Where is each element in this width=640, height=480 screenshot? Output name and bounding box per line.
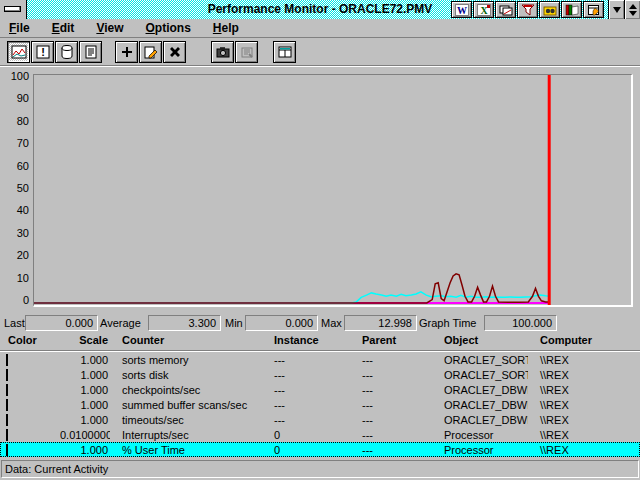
filter-icon-button[interactable] [517,1,538,18]
header-color: Color [0,334,60,349]
chart-view-icon [11,44,27,60]
log-view-button[interactable] [55,41,78,63]
update-data-camera-icon [215,44,231,60]
office-shortcut-toolbar: W X [451,0,604,19]
menu-file[interactable]: File [0,21,41,35]
performance-monitor-window: { "window": { "title": "Performance Moni… [0,0,640,480]
svg-text:W: W [457,5,467,16]
min-value: 0.000 [245,315,318,331]
y-tick: 70 [0,137,29,149]
menu-edit[interactable]: Edit [41,21,86,35]
series--user-time [34,274,549,303]
value-bar: Last 0.000 Average 3.300 Min 0.000 Max 1… [0,314,640,333]
log-view-icon [59,44,75,60]
max-label: Max [321,317,342,329]
options-icon [277,44,293,60]
title-bar: Performance Monitor - ORACLE72.PMV W X [0,0,640,19]
max-value: 12.998 [344,315,417,331]
word-icon-button[interactable]: W [451,1,472,18]
color-swatch [6,444,8,456]
delete-counter-icon [167,44,183,60]
y-tick: 90 [0,92,29,104]
min-label: Min [225,317,243,329]
books-icon [565,4,579,16]
svg-text:!: ! [41,46,45,58]
status-bar: Data: Current Activity [1,460,639,478]
chart-plot-area [33,74,633,307]
chart-view-button[interactable] [7,41,30,63]
options-button[interactable] [273,41,296,63]
modify-counter-icon [143,44,159,60]
legend-row-sorts-memory[interactable]: 1.000 sorts memory --- --- ORACLE7_SORTS… [0,352,640,367]
legend-row-timeouts[interactable]: 1.000 timeouts/sec --- --- ORACLE7_DBWR … [0,412,640,427]
legend-header: Color Scale Counter Instance Parent Obje… [0,334,640,349]
graph-time-value: 100.000 [484,315,557,331]
y-tick: 0 [0,294,29,306]
alert-view-icon: ! [35,44,51,60]
restore-icon [629,4,637,16]
update-data-button[interactable] [211,41,234,63]
add-counter-button[interactable] [115,41,138,63]
menu-options[interactable]: Options [135,21,202,35]
last-label: Last [4,317,25,329]
place-bookmark-button[interactable] [235,41,258,63]
excel-icon: X [477,4,491,16]
graph-time-label: Graph Time [419,317,476,329]
last-value: 0.000 [25,315,98,331]
minimize-icon [613,7,621,13]
color-swatch [6,384,8,396]
notebook-icon [587,4,601,16]
y-tick: 50 [0,182,29,194]
filter-icon [521,4,535,16]
add-counter-icon [119,44,135,60]
color-swatch [6,399,8,411]
menu-help[interactable]: Help [202,21,250,35]
word-icon: W [455,4,469,16]
mail-icon-button[interactable] [495,1,516,18]
chart-plot-svg [34,75,631,305]
legend-row-user-time-selected[interactable]: 1.000 % User Time 0 --- Processor \\REX [0,442,640,457]
color-swatch [6,429,8,441]
legend-row-summed-buffer-scans[interactable]: 1.000 summed buffer scans/sec --- --- OR… [0,397,640,412]
menu-view[interactable]: View [85,21,134,35]
chart-y-axis: 100 90 80 70 60 50 40 30 20 10 0 [0,70,29,306]
find-file-icon [543,4,557,16]
alert-view-button[interactable]: ! [31,41,54,63]
color-swatch [6,354,8,366]
modify-counter-button[interactable] [139,41,162,63]
books-icon-button[interactable] [561,1,582,18]
find-file-icon-button[interactable] [539,1,560,18]
y-tick: 40 [0,204,29,216]
excel-icon-button[interactable]: X [473,1,494,18]
y-tick: 30 [0,227,29,239]
toolbar: ! [0,39,640,66]
status-text: Data: Current Activity [5,463,108,475]
delete-counter-button[interactable] [163,41,186,63]
y-tick: 10 [0,272,29,284]
report-view-icon [83,44,99,60]
legend-row-sorts-disk[interactable]: 1.000 sorts disk --- --- ORACLE7_SORTS \… [0,367,640,382]
place-bookmark-icon [239,44,255,60]
header-computer: Computer [528,334,640,349]
minimize-button[interactable] [608,0,624,19]
window-buttons [608,0,640,19]
mail-icon [499,4,513,16]
legend-rows: 1.000 sorts memory --- --- ORACLE7_SORTS… [0,352,640,457]
y-tick: 20 [0,249,29,261]
y-tick: 80 [0,115,29,127]
header-parent: Parent [350,334,432,349]
header-instance: Instance [262,334,350,349]
average-value: 3.300 [148,315,221,331]
legend-row-checkpoints[interactable]: 1.000 checkpoints/sec --- --- ORACLE7_DB… [0,382,640,397]
color-swatch [6,414,8,426]
header-scale: Scale [60,334,110,349]
report-view-button[interactable] [79,41,102,63]
average-label: Average [100,317,141,329]
legend-row-interrupts[interactable]: 0.0100000 Interrupts/sec 0 --- Processor… [0,427,640,442]
menu-bar: File Edit View Options Help [0,19,640,38]
notebook-icon-button[interactable] [583,1,604,18]
header-counter: Counter [110,334,262,349]
y-tick: 60 [0,160,29,172]
restore-button[interactable] [624,0,640,19]
color-swatch [6,369,8,381]
